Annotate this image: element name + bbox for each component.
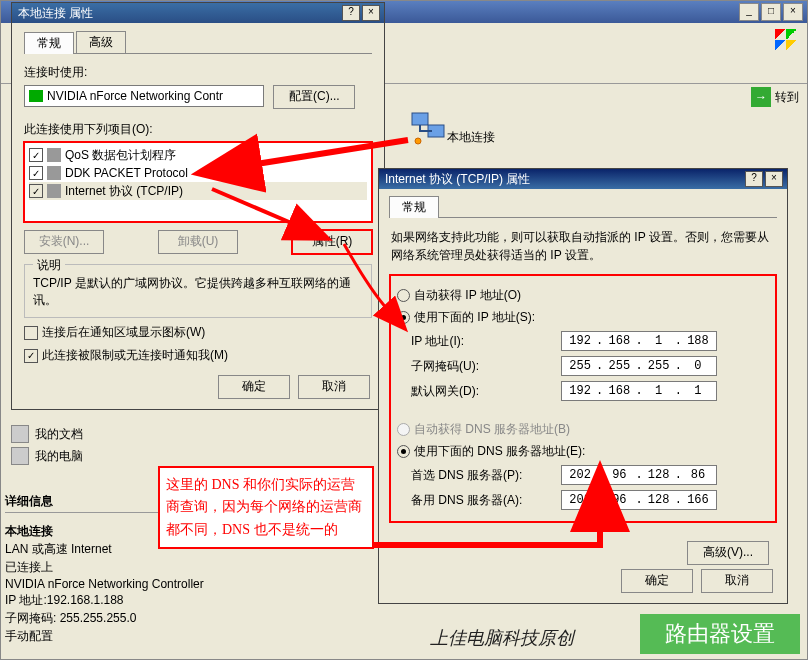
go-button[interactable]: → xyxy=(751,87,771,107)
radio[interactable] xyxy=(397,289,410,302)
dns2-row: 备用 DNS 服务器(A): 202.96.128.166 xyxy=(411,490,769,510)
footer-badge: 路由器设置 xyxy=(640,614,800,654)
radio[interactable] xyxy=(397,311,410,324)
gateway-input[interactable]: 192.168.1.1 xyxy=(561,381,717,401)
checkbox[interactable]: ✓ xyxy=(29,184,43,198)
connection-items-list[interactable]: ✓ QoS 数据包计划程序 ✓ DDK PACKET Protocol ✓ In… xyxy=(24,142,372,222)
close-button[interactable]: × xyxy=(783,3,803,21)
dns1-input[interactable]: 202.96.128.86 xyxy=(561,465,717,485)
connection-icon[interactable] xyxy=(403,111,453,145)
radio-auto-ip[interactable]: 自动获得 IP 地址(O) xyxy=(397,287,769,304)
sidebar-item-computer[interactable]: 我的电脑 xyxy=(11,447,211,465)
dns1-label: 首选 DNS 服务器(P): xyxy=(411,467,561,484)
adapter-display: NVIDIA nForce Networking Contr xyxy=(24,85,264,107)
description-group: 说明 TCP/IP 是默认的广域网协议。它提供跨越多种互联网络的通讯。 xyxy=(24,264,372,318)
list-item-tcpip[interactable]: ✓ Internet 协议 (TCP/IP) xyxy=(29,182,367,200)
radio-use-dns[interactable]: 使用下面的 DNS 服务器地址(E): xyxy=(397,443,769,460)
checkbox[interactable]: ✓ xyxy=(29,166,43,180)
radio-label: 自动获得 IP 地址(O) xyxy=(414,287,521,304)
adapter-name: NVIDIA nForce Networking Contr xyxy=(47,89,223,103)
close-button[interactable]: × xyxy=(362,5,380,21)
details-line: 已连接上 xyxy=(5,559,215,576)
tabs: 常规 高级 xyxy=(24,31,372,54)
details-line: 手动配置 xyxy=(5,628,215,645)
dns2-input[interactable]: 202.96.128.166 xyxy=(561,490,717,510)
ip-settings-group: 自动获得 IP 地址(O) 使用下面的 IP 地址(S): IP 地址(I): … xyxy=(389,274,777,523)
tabs: 常规 xyxy=(389,195,777,218)
tcpip-properties-dialog: Internet 协议 (TCP/IP) 属性 ? × 常规 如果网络支持此功能… xyxy=(378,168,788,604)
ip-address-input[interactable]: 192.168.1.188 xyxy=(561,331,717,351)
dns1-row: 首选 DNS 服务器(P): 202.96.128.86 xyxy=(411,465,769,485)
checkbox[interactable]: ✓ xyxy=(24,349,38,363)
dialog-title-text: 本地连接 属性 xyxy=(18,6,93,20)
advanced-button[interactable]: 高级(V)... xyxy=(687,541,769,565)
dialog-controls: ? × xyxy=(342,5,380,21)
radio xyxy=(397,423,410,436)
sidebar-item-documents[interactable]: 我的文档 xyxy=(11,425,211,443)
help-button[interactable]: ? xyxy=(342,5,360,21)
notify-limited-checkbox-row[interactable]: ✓ 此连接被限制或无连接时通知我(M) xyxy=(24,347,372,364)
component-icon xyxy=(47,166,61,180)
dialog-controls: ? × xyxy=(745,171,783,187)
tab-general[interactable]: 常规 xyxy=(389,196,439,218)
cancel-button[interactable]: 取消 xyxy=(701,569,773,593)
uses-items-label: 此连接使用下列项目(O): xyxy=(24,121,372,138)
address-go: → 转到 xyxy=(751,87,799,107)
dialog-title: Internet 协议 (TCP/IP) 属性 ? × xyxy=(379,169,787,189)
install-button[interactable]: 安装(N)... xyxy=(24,230,104,254)
checkbox-label: 连接后在通知区域显示图标(W) xyxy=(42,324,205,341)
windows-logo-icon xyxy=(775,29,797,51)
annotation-callout: 这里的 DNS 和你们实际的运营商查询，因为每个网络的运营商都不同，DNS 也不… xyxy=(158,466,374,549)
tab-general[interactable]: 常规 xyxy=(24,32,74,54)
list-item[interactable]: ✓ DDK PACKET Protocol xyxy=(29,164,367,182)
sidebar-item-label: 我的电脑 xyxy=(35,448,83,465)
window-controls: _ □ × xyxy=(739,3,803,21)
item-label: DDK PACKET Protocol xyxy=(65,166,188,180)
close-button[interactable]: × xyxy=(765,171,783,187)
subnet-mask-label: 子网掩码(U): xyxy=(411,358,561,375)
ok-button[interactable]: 确定 xyxy=(218,375,290,399)
connection-label[interactable]: 本地连接 xyxy=(447,129,495,146)
footer-credit: 上佳电脑科技原创 xyxy=(430,626,574,650)
ip-address-row: IP 地址(I): 192.168.1.188 xyxy=(411,331,769,351)
item-label: QoS 数据包计划程序 xyxy=(65,147,176,164)
checkbox-label: 此连接被限制或无连接时通知我(M) xyxy=(42,347,228,364)
radio-label: 使用下面的 IP 地址(S): xyxy=(414,309,535,326)
gateway-label: 默认网关(D): xyxy=(411,383,561,400)
radio[interactable] xyxy=(397,445,410,458)
subnet-mask-input[interactable]: 255.255.255.0 xyxy=(561,356,717,376)
checkbox[interactable]: ✓ xyxy=(29,148,43,162)
component-icon xyxy=(47,148,61,162)
sidebar-item-label: 我的文档 xyxy=(35,426,83,443)
checkbox[interactable] xyxy=(24,326,38,340)
notify-icon-checkbox-row[interactable]: 连接后在通知区域显示图标(W) xyxy=(24,324,372,341)
details-line: 子网掩码: 255.255.255.0 xyxy=(5,610,215,627)
item-buttons: 安装(N)... 卸载(U) 属性(R) xyxy=(24,230,372,254)
component-icon xyxy=(47,184,61,198)
details-line: IP 地址:192.168.1.188 xyxy=(5,592,215,609)
help-button[interactable]: ? xyxy=(745,171,763,187)
description-legend: 说明 xyxy=(33,257,65,274)
maximize-button[interactable]: □ xyxy=(761,3,781,21)
tab-advanced[interactable]: 高级 xyxy=(76,31,126,53)
adapter-icon xyxy=(29,90,43,102)
info-text: 如果网络支持此功能，则可以获取自动指派的 IP 设置。否则，您需要从网络系统管理… xyxy=(391,228,775,264)
ok-button[interactable]: 确定 xyxy=(621,569,693,593)
dialog-title-text: Internet 协议 (TCP/IP) 属性 xyxy=(385,172,530,186)
svg-point-2 xyxy=(415,138,421,144)
description-text: TCP/IP 是默认的广域网协议。它提供跨越多种互联网络的通讯。 xyxy=(33,276,351,307)
radio-auto-dns: 自动获得 DNS 服务器地址(B) xyxy=(397,421,769,438)
cancel-button[interactable]: 取消 xyxy=(298,375,370,399)
list-item[interactable]: ✓ QoS 数据包计划程序 xyxy=(29,146,367,164)
documents-icon xyxy=(11,425,29,443)
properties-button[interactable]: 属性(R) xyxy=(292,230,372,254)
radio-use-ip[interactable]: 使用下面的 IP 地址(S): xyxy=(397,309,769,326)
radio-label: 使用下面的 DNS 服务器地址(E): xyxy=(414,443,585,460)
minimize-button[interactable]: _ xyxy=(739,3,759,21)
uninstall-button[interactable]: 卸载(U) xyxy=(158,230,238,254)
configure-button[interactable]: 配置(C)... xyxy=(273,85,355,109)
dialog-title: 本地连接 属性 ? × xyxy=(12,3,384,23)
subnet-mask-row: 子网掩码(U): 255.255.255.0 xyxy=(411,356,769,376)
svg-rect-0 xyxy=(412,113,428,125)
item-label: Internet 协议 (TCP/IP) xyxy=(65,183,183,200)
